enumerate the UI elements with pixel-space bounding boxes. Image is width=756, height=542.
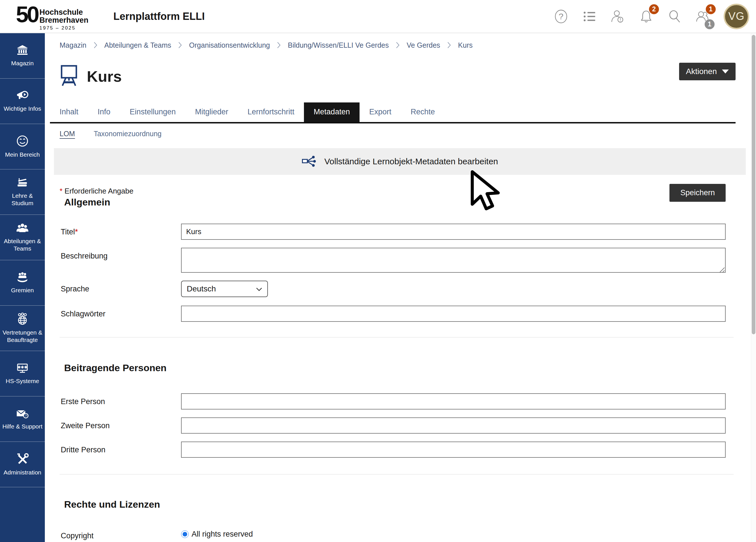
copyright-radio[interactable] — [181, 530, 189, 538]
mail-question-icon: ? — [16, 408, 29, 419]
sidebar-item-label: Magazin — [10, 60, 35, 67]
books-icon — [16, 177, 29, 188]
search-button[interactable] — [667, 9, 682, 24]
titel-input[interactable] — [181, 224, 726, 240]
chevron-right-icon — [396, 42, 400, 49]
speichern-button[interactable]: Speichern — [669, 184, 726, 202]
zweite-person-input[interactable] — [181, 417, 726, 434]
breadcrumb-link[interactable]: Abteilungen & Teams — [104, 41, 171, 49]
user-alert-icon: ! — [610, 9, 625, 24]
tab-info[interactable]: Info — [88, 102, 120, 122]
vertical-scrollbar-track[interactable] — [751, 33, 756, 542]
sprache-row: Sprache Deutsch — [60, 281, 736, 297]
section-heading-beitragende: Beitragende Personen — [64, 362, 736, 373]
copyright-option-label: All rights reserved — [192, 530, 253, 539]
tab-rechte[interactable]: Rechte — [401, 102, 445, 122]
logo-line1: Hochschule — [39, 8, 89, 16]
sidebar-item-gremien[interactable]: Gremien — [0, 260, 45, 306]
breadcrumb-link[interactable]: Organisationsentwicklung — [189, 41, 270, 49]
sidebar-item-vertretungen-beauftragte[interactable]: Vertretungen & Beauftragte — [0, 306, 45, 351]
dritte-person-label: Dritte Person — [61, 442, 181, 454]
course-flipchart-icon — [60, 65, 78, 88]
tab-export[interactable]: Export — [360, 102, 401, 122]
sidebar-item-label: Gremien — [10, 287, 35, 294]
dritte-person-row: Dritte Person — [60, 442, 736, 458]
dritte-person-input[interactable] — [181, 442, 726, 458]
logo-text: Hochschule Bremerhaven 1975 – 2025 — [39, 8, 89, 31]
main-sidebar: Magazin Wichtige Infos Mein Bereich — [0, 33, 45, 542]
sprache-selected-value: Deutsch — [187, 284, 216, 293]
tab-lernfortschritt[interactable]: Lernfortschritt — [238, 102, 304, 122]
sidebar-item-wichtige-infos[interactable]: Wichtige Infos — [0, 79, 45, 124]
edit-full-metadata-label: Vollständige Lernobjekt-Metadaten bearbe… — [324, 157, 498, 166]
tab-bar: Inhalt Info Einstellungen Mitglieder Ler… — [50, 102, 736, 123]
sidebar-item-mein-bereich[interactable]: Mein Bereich — [0, 124, 45, 169]
sidebar-item-label: Lehre & Studium — [0, 192, 45, 207]
sprache-label: Sprache — [61, 281, 181, 293]
breadcrumb-link-current[interactable]: Kurs — [458, 41, 473, 49]
copyright-label: Copyright — [61, 528, 181, 540]
aktionen-button-label: Aktionen — [686, 67, 717, 76]
copyright-option[interactable]: All rights reserved — [181, 528, 726, 539]
schlagwoerter-label: Schlagwörter — [61, 306, 181, 318]
aktionen-button[interactable]: Aktionen — [679, 63, 736, 80]
erste-person-row: Erste Person — [60, 393, 736, 409]
tab-mitglieder[interactable]: Mitglieder — [185, 102, 238, 122]
required-asterisk: * — [60, 187, 62, 195]
erste-person-label: Erste Person — [61, 393, 181, 406]
titel-label: Titel* — [61, 224, 181, 236]
section-divider — [60, 337, 734, 337]
page-title: Kurs — [87, 68, 122, 85]
vertical-scrollbar-thumb[interactable] — [752, 35, 755, 334]
sidebar-item-label: Abteilungen & Teams — [0, 238, 45, 253]
globe-people-icon — [16, 313, 29, 325]
sprache-select[interactable]: Deutsch — [181, 281, 268, 297]
edit-full-metadata-banner[interactable]: Vollständige Lernobjekt-Metadaten bearbe… — [54, 148, 746, 175]
sidebar-item-label: HS-Systeme — [4, 377, 41, 385]
chevron-right-icon — [277, 42, 281, 49]
sidebar-item-magazin[interactable]: Magazin — [0, 33, 45, 79]
subtab-taxonomiezuordnung[interactable]: Taxonomiezuordnung — [94, 130, 161, 138]
notifications-button[interactable]: 2 — [639, 9, 654, 24]
member-requests-button[interactable]: ! — [610, 9, 625, 24]
bank-icon — [16, 45, 29, 56]
help-button[interactable]: ? — [553, 9, 569, 24]
sidebar-item-administration[interactable]: Administration — [0, 442, 45, 487]
subtab-lom[interactable]: LOM — [60, 130, 75, 138]
svg-text:?: ? — [25, 414, 27, 418]
sidebar-item-abteilungen-teams[interactable]: Abteilungen & Teams — [0, 215, 45, 260]
zweite-person-row: Zweite Person — [60, 417, 736, 434]
erste-person-input[interactable] — [181, 393, 726, 409]
app-title: Lernplattform ELLI — [114, 10, 205, 22]
chevron-right-icon — [178, 42, 182, 49]
contacts-badge-top: 1 — [706, 4, 716, 14]
topbar-icon-group: ? ! — [553, 4, 749, 29]
contacts-button[interactable]: 1 1 — [695, 9, 711, 24]
sidebar-item-hilfe-support[interactable]: ? Hilfe & Support — [0, 396, 45, 442]
tab-einstellungen[interactable]: Einstellungen — [120, 102, 185, 122]
sidebar-item-label: Vertretungen & Beauftragte — [0, 329, 45, 344]
titel-row: Titel* — [60, 224, 736, 240]
section-heading-allgemein: Allgemein — [64, 197, 736, 208]
todo-list-button[interactable] — [582, 9, 597, 24]
beschreibung-row: Beschreibung — [60, 248, 736, 274]
sidebar-item-lehre-studium[interactable]: Lehre & Studium — [0, 169, 45, 215]
tab-metadaten[interactable]: Metadaten — [304, 102, 360, 122]
breadcrumb-link[interactable]: Magazin — [60, 41, 87, 49]
tools-icon — [16, 453, 29, 465]
sidebar-item-label: Wichtige Infos — [2, 105, 43, 112]
tab-inhalt[interactable]: Inhalt — [50, 102, 88, 122]
sidebar-item-hs-systeme[interactable]: ✱✱✱ HS-Systeme — [0, 351, 45, 396]
help-icon: ? — [553, 9, 569, 24]
hochschule-bremerhaven-logo[interactable]: 50 Hochschule Bremerhaven 1975 – 2025 — [16, 2, 89, 31]
breadcrumb-link[interactable]: Bildung/Wissen/ELLI Ve Gerdes — [288, 41, 389, 49]
group-icon — [16, 222, 29, 234]
smiley-icon — [16, 135, 29, 147]
breadcrumb-link[interactable]: Ve Gerdes — [407, 41, 440, 49]
user-avatar[interactable]: VG — [724, 4, 749, 29]
page-header: Kurs Aktionen — [60, 60, 736, 92]
beschreibung-textarea[interactable] — [181, 248, 726, 273]
main-content: Magazin Abteilungen & Teams Organisation… — [45, 33, 751, 540]
megaphone-icon — [16, 90, 29, 101]
schlagwoerter-input[interactable] — [181, 306, 726, 322]
